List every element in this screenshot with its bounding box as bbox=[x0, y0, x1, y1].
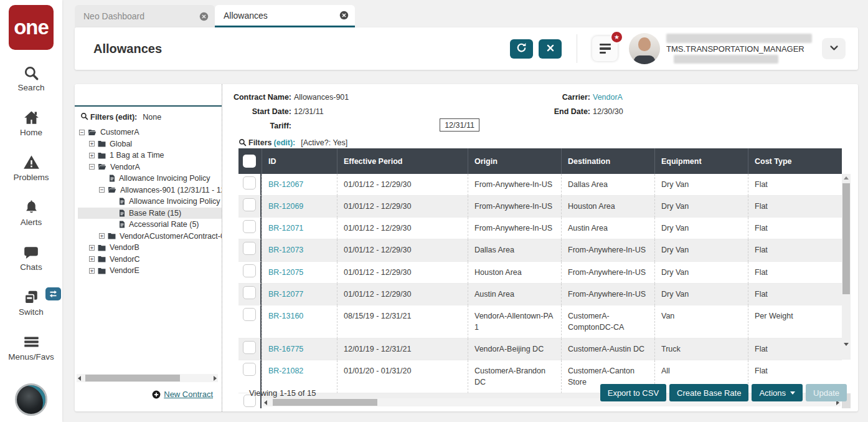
cell-destination: From-Anywhere-In-US bbox=[561, 239, 654, 261]
tree-item-vendorc[interactable]: +VendorC bbox=[78, 254, 222, 266]
update-button[interactable]: Update bbox=[806, 384, 847, 401]
base-rate-link[interactable]: BR-12073 bbox=[268, 246, 303, 254]
cell-effective-period: 01/01/12 - 12/29/30 bbox=[337, 174, 468, 196]
sidebar-item-home[interactable]: Home bbox=[8, 109, 54, 137]
sidebar-item-problems[interactable]: Problems bbox=[8, 154, 54, 182]
start-date-label: Start Date: bbox=[222, 107, 291, 116]
one-logo[interactable]: one bbox=[9, 5, 54, 50]
actions-button[interactable]: Actions bbox=[752, 384, 803, 401]
scroll-down-arrow[interactable] bbox=[844, 343, 849, 346]
column-header-origin[interactable]: Origin bbox=[468, 148, 561, 174]
create-base-rate-button[interactable]: Create Base Rate bbox=[669, 384, 748, 401]
base-rate-link[interactable]: BR-13160 bbox=[268, 312, 303, 320]
tariff-date-input[interactable] bbox=[440, 118, 479, 132]
row-checkbox[interactable] bbox=[243, 176, 256, 189]
table-vertical-scrollbar[interactable] bbox=[842, 174, 851, 360]
tree-item-1-bag-at-a-time[interactable]: +1 Bag at a Time bbox=[78, 150, 222, 161]
column-header-equipment[interactable]: Equipment bbox=[654, 148, 748, 174]
user-menu-button[interactable] bbox=[822, 38, 846, 59]
base-rate-link[interactable]: BR-12069 bbox=[268, 202, 303, 211]
sidebar-item-alerts[interactable]: Alerts bbox=[8, 199, 54, 227]
base-rate-link[interactable]: BR-16775 bbox=[268, 345, 303, 353]
column-header-id[interactable]: ID bbox=[262, 148, 337, 174]
sidebar-item-switch[interactable]: Switch bbox=[8, 289, 54, 317]
table-row: BR-1206901/01/12 - 12/29/30From-Anywhere… bbox=[238, 196, 842, 218]
swap-arrows-icon[interactable] bbox=[45, 287, 61, 300]
tree-item-allowance-invoicing-policy[interactable]: Allowance Invoicing Policy bbox=[78, 196, 222, 208]
tree-item-allowance-invoicing-policy[interactable]: Allowance Invoicing Policy bbox=[78, 173, 222, 185]
collapse-toggle-icon[interactable]: − bbox=[89, 164, 95, 170]
scroll-right-arrow[interactable] bbox=[214, 376, 217, 381]
new-contract-link[interactable]: New Contract bbox=[152, 390, 213, 399]
row-checkbox[interactable] bbox=[243, 341, 256, 354]
tree-pane-header bbox=[75, 84, 222, 107]
base-rate-link[interactable]: BR-12077 bbox=[268, 290, 303, 299]
refresh-button[interactable] bbox=[510, 39, 533, 59]
contract-name-value: Allowances-901 bbox=[294, 93, 349, 102]
row-checkbox[interactable] bbox=[243, 308, 256, 321]
tree-item-global[interactable]: +Global bbox=[78, 138, 222, 150]
scroll-left-arrow[interactable] bbox=[78, 376, 81, 381]
expand-toggle-icon[interactable]: + bbox=[89, 256, 95, 262]
base-rate-link[interactable]: BR-12075 bbox=[268, 268, 303, 277]
row-checkbox[interactable] bbox=[243, 286, 256, 299]
sidebar-item-menus-favs[interactable]: Menus/Favs bbox=[8, 333, 54, 362]
row-checkbox[interactable] bbox=[243, 220, 256, 233]
column-header-effective-period[interactable]: Effective Period bbox=[337, 148, 468, 174]
tree-item-allowances-901-12-31-11-12-30[interactable]: −Allowances-901 (12/31/11 - 12/30 bbox=[78, 185, 222, 196]
cell-equipment: Dry Van bbox=[654, 284, 748, 305]
expand-toggle-icon[interactable]: + bbox=[99, 233, 105, 239]
cell-id: BR-12075 bbox=[262, 262, 337, 284]
base-rate-link[interactable]: BR-21082 bbox=[268, 367, 303, 375]
tab-allowances[interactable]: Allowances bbox=[215, 5, 355, 27]
row-checkbox[interactable] bbox=[243, 363, 256, 376]
base-rate-link[interactable]: BR-12067 bbox=[268, 180, 303, 189]
sidebar-item-search[interactable]: Search bbox=[8, 64, 54, 92]
scroll-up-arrow[interactable] bbox=[844, 176, 849, 180]
sidebar-item-label: Menus/Favs bbox=[8, 352, 54, 362]
tree-item-customera[interactable]: −CustomerA bbox=[78, 127, 222, 138]
select-all-checkbox[interactable] bbox=[243, 155, 256, 168]
column-header-destination[interactable]: Destination bbox=[561, 148, 654, 174]
one-network-avatar[interactable] bbox=[15, 383, 47, 416]
base-rate-link[interactable]: BR-12071 bbox=[268, 224, 303, 233]
export-to-csv-button[interactable]: Export to CSV bbox=[600, 384, 666, 401]
header-divider bbox=[577, 34, 577, 63]
tree-item-vendoracustomeracontract-001[interactable]: +VendorACustomerAContract-001 bbox=[78, 231, 222, 242]
tree-horizontal-scrollbar[interactable] bbox=[77, 374, 218, 382]
collapse-toggle-icon[interactable]: − bbox=[79, 130, 85, 135]
expand-toggle-icon[interactable]: + bbox=[89, 141, 95, 146]
tree-item-label: Base Rate (15) bbox=[129, 209, 181, 218]
collapse-toggle-icon[interactable]: − bbox=[99, 187, 105, 193]
cell-origin: Dallas Area bbox=[468, 239, 561, 261]
row-checkbox[interactable] bbox=[243, 264, 256, 277]
tree-item-vendore[interactable]: +VendorE bbox=[78, 265, 222, 277]
tab-close-icon[interactable] bbox=[339, 11, 349, 20]
tree-item-vendorb[interactable]: +VendorB bbox=[78, 242, 222, 254]
close-page-button[interactable] bbox=[539, 39, 562, 59]
tab-neo-dashboard[interactable]: Neo Dashboard bbox=[75, 5, 215, 27]
tree-item-vendora[interactable]: −VendorA bbox=[78, 161, 222, 173]
tree-item-base-rate-15[interactable]: Base Rate (15) bbox=[78, 208, 222, 219]
row-checkbox[interactable] bbox=[243, 198, 256, 211]
table-row: BR-1207701/01/12 - 12/29/30Austin AreaFr… bbox=[238, 284, 842, 305]
column-header-cost-type[interactable]: Cost Type bbox=[748, 148, 842, 174]
expand-toggle-icon[interactable]: + bbox=[89, 268, 95, 274]
cell-destination: From-Anywhere-In-US bbox=[561, 262, 654, 284]
scroll-thumb[interactable] bbox=[842, 183, 850, 294]
favorites-menu-button[interactable]: ★ bbox=[592, 36, 618, 61]
filters-edit-link[interactable]: (edit): bbox=[274, 138, 296, 147]
scroll-thumb[interactable] bbox=[85, 375, 180, 381]
row-checkbox[interactable] bbox=[243, 242, 256, 255]
expand-toggle-icon[interactable]: + bbox=[89, 245, 95, 251]
tab-close-icon[interactable] bbox=[199, 12, 209, 21]
filters-edit-link[interactable]: (edit): bbox=[116, 113, 138, 122]
sidebar-item-label: Switch bbox=[19, 307, 44, 317]
tree-item-accessorial-rate-5[interactable]: Accessorial Rate (5) bbox=[78, 219, 222, 231]
sidebar-item-label: Problems bbox=[13, 173, 49, 182]
user-avatar[interactable] bbox=[629, 33, 660, 64]
expand-toggle-icon[interactable]: + bbox=[89, 153, 95, 158]
cell-cost-type: Flat bbox=[748, 174, 842, 196]
carrier-link[interactable]: VendorA bbox=[593, 93, 623, 102]
sidebar-item-chats[interactable]: Chats bbox=[8, 244, 54, 272]
